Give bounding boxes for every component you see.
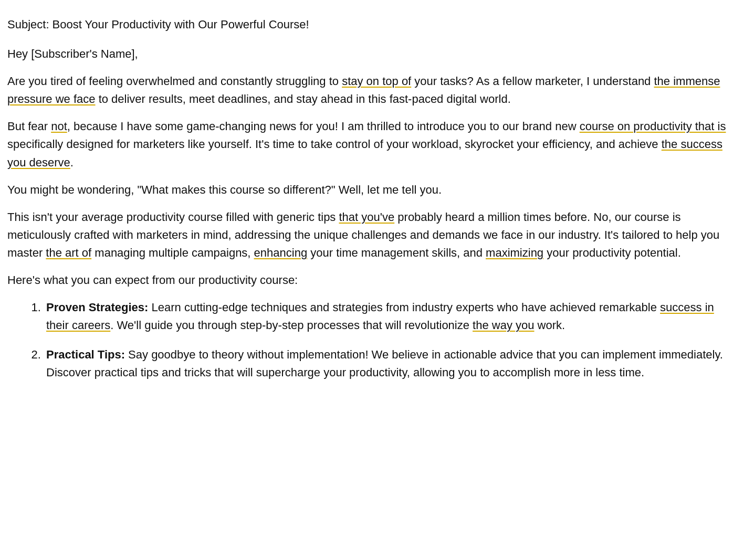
- para2-text-after-highlight3: .: [70, 156, 74, 169]
- para2-text-before-highlight1: But fear: [7, 120, 51, 133]
- paragraph-2: But fear not, because I have some game-c…: [7, 118, 733, 171]
- para4-highlight3: enhancing: [254, 246, 308, 259]
- para4-highlight1: that you've: [339, 210, 394, 224]
- list-item-1-before-highlight1: Learn cutting-edge techniques and strate…: [148, 301, 660, 314]
- greeting: Hey [Subscriber's Name],: [7, 45, 733, 63]
- list-item-1-label: Proven Strategies:: [46, 301, 148, 314]
- para4-highlight4: maximizing: [486, 246, 543, 259]
- para4-text-between3-4: your time management skills, and: [307, 246, 486, 259]
- para1-text-after-highlight2: to deliver results, meet deadlines, and …: [96, 92, 511, 105]
- feature-list: Proven Strategies: Learn cutting-edge te…: [7, 299, 733, 382]
- para2-highlight2: course on productivity that is: [580, 120, 726, 133]
- list-item: Practical Tips: Say goodbye to theory wi…: [44, 346, 733, 382]
- para4-highlight2: the art of: [46, 246, 91, 259]
- para1-highlight1: stay on top of: [342, 75, 411, 88]
- list-item-1-highlight2: the way you: [473, 319, 534, 332]
- list-item-1-between1-2: . We'll guide you through step-by-step p…: [110, 319, 473, 332]
- list-item-1-content: Proven Strategies: Learn cutting-edge te…: [46, 301, 714, 332]
- paragraph-4: This isn't your average productivity cou…: [7, 208, 733, 262]
- list-item-2-label: Practical Tips:: [46, 348, 125, 361]
- list-item-2-content: Practical Tips: Say goodbye to theory wi…: [46, 348, 723, 379]
- intro-list-text: Here's what you can expect from our prod…: [7, 271, 733, 289]
- para2-text-between2-3: specifically designed for marketers like…: [7, 138, 662, 151]
- para4-text-between2-3: managing multiple campaigns,: [91, 246, 254, 259]
- list-item-2-text: Say goodbye to theory without implementa…: [46, 348, 723, 379]
- para2-highlight1: not: [51, 120, 67, 133]
- subject-line: Subject: Boost Your Productivity with Ou…: [7, 16, 733, 34]
- para4-text-after-highlight4: your productivity potential.: [543, 246, 681, 259]
- para1-text-between1-2: your tasks? As a fellow marketer, I unde…: [411, 75, 654, 88]
- para1-text-before-highlight1: Are you tired of feeling overwhelmed and…: [7, 75, 342, 88]
- paragraph-1: Are you tired of feeling overwhelmed and…: [7, 72, 733, 108]
- para2-text-between1-2: , because I have some game-changing news…: [67, 120, 580, 133]
- list-item-1-after-highlight2: work.: [535, 319, 566, 332]
- list-item: Proven Strategies: Learn cutting-edge te…: [44, 299, 733, 334]
- para4-text-before-highlight1: This isn't your average productivity cou…: [7, 210, 339, 224]
- paragraph-3: You might be wondering, "What makes this…: [7, 181, 733, 199]
